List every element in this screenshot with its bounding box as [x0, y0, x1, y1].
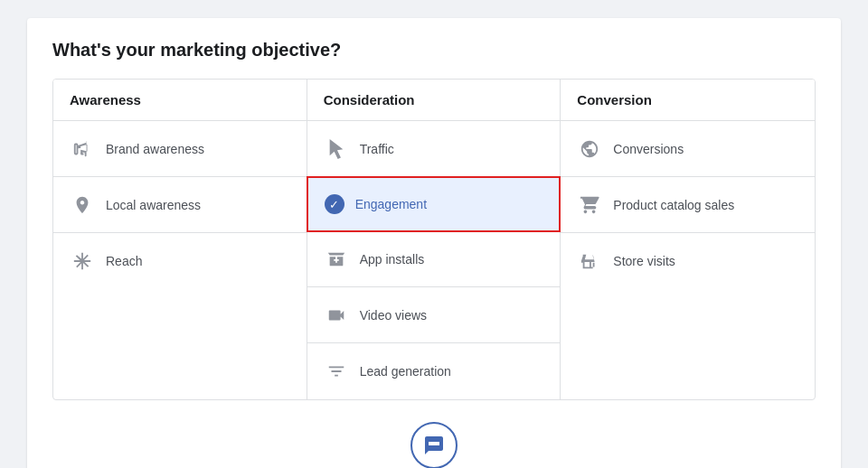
- reach-label: Reach: [106, 254, 142, 268]
- app-installs-label: App installs: [360, 252, 425, 267]
- store-visits-item[interactable]: Store visits: [561, 233, 815, 289]
- consideration-header: Consideration: [307, 80, 561, 121]
- reach-item[interactable]: Reach: [53, 233, 307, 289]
- video-icon: [324, 303, 349, 328]
- local-awareness-label: Local awareness: [106, 198, 201, 212]
- megaphone-icon: [70, 136, 95, 162]
- chat-icon: [423, 435, 445, 456]
- page-title: What's your marketing objective?: [52, 40, 816, 61]
- app-installs-item[interactable]: App installs: [307, 231, 561, 287]
- lead-generation-label: Lead generation: [360, 364, 451, 379]
- lead-generation-item[interactable]: Lead generation: [307, 343, 561, 399]
- conversion-header: Conversion: [561, 80, 815, 121]
- video-views-item[interactable]: Video views: [307, 287, 561, 343]
- location-icon: [70, 192, 95, 218]
- awareness-header: Awareness: [53, 80, 307, 121]
- product-catalog-sales-item[interactable]: Product catalog sales: [561, 177, 815, 233]
- svg-rect-0: [431, 447, 437, 449]
- globe-icon: [577, 136, 602, 162]
- engagement-item[interactable]: ✓ Engagement: [307, 176, 561, 232]
- conversions-label: Conversions: [613, 142, 684, 156]
- cursor-icon: [324, 136, 349, 162]
- conversions-item[interactable]: Conversions: [561, 121, 815, 177]
- consideration-column: Consideration Traffic ✓ Engagement: [307, 80, 561, 399]
- box-icon: [324, 247, 349, 272]
- product-catalog-sales-label: Product catalog sales: [613, 198, 734, 212]
- traffic-item[interactable]: Traffic: [307, 121, 561, 177]
- asterisk-icon: [70, 248, 95, 274]
- chat-support-button[interactable]: [410, 422, 458, 468]
- brand-awareness-item[interactable]: Brand awareness: [53, 121, 307, 177]
- awareness-column: Awareness Brand awareness Local awarenes…: [53, 80, 307, 399]
- brand-awareness-label: Brand awareness: [106, 142, 204, 156]
- local-awareness-item[interactable]: Local awareness: [53, 177, 307, 233]
- check-circle-icon: ✓: [325, 194, 344, 214]
- store-visits-label: Store visits: [613, 254, 675, 268]
- cart-icon: [577, 192, 602, 218]
- main-container: What's your marketing objective? Awarene…: [27, 18, 841, 468]
- traffic-label: Traffic: [360, 142, 394, 156]
- bottom-area: [52, 422, 816, 468]
- store-icon: [577, 248, 602, 274]
- engagement-label: Engagement: [355, 197, 427, 211]
- conversion-column: Conversion Conversions Product catalog s…: [561, 80, 815, 399]
- objectives-grid: Awareness Brand awareness Local awarenes…: [52, 79, 816, 400]
- filter-icon: [324, 359, 349, 384]
- video-views-label: Video views: [360, 308, 427, 323]
